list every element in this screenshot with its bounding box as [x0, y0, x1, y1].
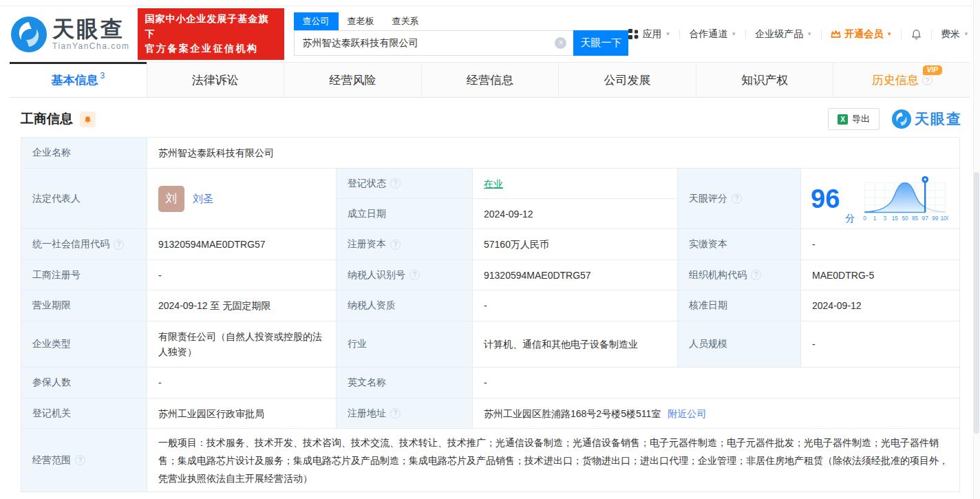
- score-axis-ticks: 0 1 3 15 50 85 97 99 100: [864, 215, 949, 222]
- detail-tabbar: 基本信息 3 法律诉讼 经营风险 经营信息 公司发展 知识产权 VIP 历史信息…: [10, 62, 970, 98]
- search-type-tabs: 查公司 查老板 查关系: [294, 12, 629, 30]
- field-label-english-name: 英文名称: [337, 368, 473, 399]
- scrollbar-track[interactable]: [973, 0, 980, 499]
- score-unit: 分: [845, 211, 855, 226]
- field-label-business-term: 营业期限: [21, 290, 147, 321]
- search-tab-relation[interactable]: 查关系: [383, 12, 428, 30]
- field-value-registered-capital: 57160万人民币: [473, 229, 678, 260]
- table-row: 企业类型 有限责任公司（自然人投资或控股的法人独资） 行业 计算机、通信和其他电…: [21, 321, 959, 368]
- field-label-registration-number: 工商注册号: [21, 260, 147, 290]
- field-label-registration-authority: 登记机关: [21, 399, 147, 429]
- tab-legal-litigation[interactable]: 法律诉讼: [147, 63, 285, 97]
- tab-history-info[interactable]: VIP 历史信息 ?: [833, 63, 970, 97]
- nav-open-membership[interactable]: 开通会员 ▼: [831, 28, 892, 41]
- search-input[interactable]: [294, 30, 574, 56]
- field-value-industry: 计算机、通信和其他电子设备制造业: [473, 321, 678, 368]
- svg-text:50: 50: [902, 215, 909, 222]
- status-badge[interactable]: 在业: [484, 176, 503, 191]
- site-header: 天眼查 TianYanCha.com 国家中小企业发展子基金旗下 官方备案企业征…: [0, 6, 980, 62]
- field-label-legal-representative: 法定代表人: [21, 169, 147, 229]
- field-value-organization-code: MAE0DTRG-5: [801, 260, 960, 290]
- tianyancha-swirl-icon: [11, 17, 47, 52]
- help-icon[interactable]: ?: [390, 408, 401, 418]
- field-value-registration-status: 在业: [473, 169, 678, 199]
- svg-text:97: 97: [922, 215, 929, 222]
- field-label-paid-capital: 实缴资本: [678, 229, 801, 260]
- field-value-business-scope: 一般项目：技术服务、技术开发、技术咨询、技术交流、技术转让、技术推广；光通信设备…: [147, 429, 960, 492]
- field-label-staff-size: 人员规模: [678, 321, 801, 368]
- vip-badge: VIP: [923, 65, 942, 75]
- svg-text:100: 100: [941, 215, 948, 222]
- table-row: 企业名称 苏州智达泰跃科技有限公司: [21, 138, 959, 169]
- tianyancha-logo[interactable]: 天眼查 TianYanCha.com: [11, 17, 129, 52]
- help-icon[interactable]: ?: [390, 178, 401, 189]
- search-module: 查公司 查老板 查关系 × 天眼一下: [294, 12, 629, 56]
- field-value-company-type: 有限责任公司（自然人投资或控股的法人独资）: [147, 321, 337, 368]
- search-tab-boss[interactable]: 查老板: [339, 12, 383, 30]
- nav-divider: [821, 30, 822, 39]
- field-label-company-name: 企业名称: [21, 138, 147, 169]
- watermark-logo: 天眼查: [892, 109, 962, 129]
- subscribe-bell-button[interactable]: [80, 112, 96, 127]
- username: 费米: [941, 28, 960, 41]
- tab-intellectual-property[interactable]: 知识产权: [696, 63, 834, 97]
- field-label-taxpayer-quality: 纳税人资质: [337, 290, 473, 321]
- field-value-establish-date: 2024-09-12: [473, 199, 678, 229]
- help-icon[interactable]: ?: [390, 240, 401, 250]
- svg-text:99: 99: [932, 215, 939, 222]
- table-row: 法定代表人 刘 刘圣 登记状态? 在业 天眼评分? 96 分: [21, 169, 959, 229]
- help-icon[interactable]: ?: [751, 270, 761, 280]
- nav-partner-channel[interactable]: 合作通道 ▼: [689, 28, 736, 41]
- table-row: 统一社会信用代码? 91320594MAE0DTRG57 注册资本? 57160…: [21, 229, 959, 260]
- top-navigation: 应用 ▼ 合作通道 ▼ 企业级产品 ▼ 开通会员 ▼: [628, 28, 969, 41]
- nav-enterprise-products[interactable]: 企业级产品 ▼: [755, 28, 812, 41]
- table-row: 登记机关 苏州工业园区行政审批局 注册地址? 苏州工业园区胜浦路168号2号楼5…: [21, 399, 959, 429]
- field-value-company-name: 苏州智达泰跃科技有限公司: [147, 138, 960, 169]
- avatar[interactable]: 刘: [158, 186, 184, 212]
- svg-text:1: 1: [873, 215, 877, 222]
- nav-apps[interactable]: 应用 ▼: [628, 28, 670, 41]
- field-label-organization-code: 组织机构代码?: [678, 260, 801, 290]
- export-button[interactable]: X 导出: [828, 108, 880, 130]
- brand-domain: TianYanCha.com: [52, 41, 129, 51]
- field-value-approval-date: 2024-09-12: [801, 290, 960, 321]
- tab-business-risk[interactable]: 经营风险: [284, 63, 422, 97]
- field-value-insured-count: -: [147, 368, 337, 399]
- help-icon[interactable]: ?: [922, 75, 933, 85]
- nearby-companies-link[interactable]: 附近公司: [668, 406, 706, 421]
- field-value-english-name: -: [473, 368, 960, 399]
- notifications-button[interactable]: [910, 28, 922, 40]
- field-value-registered-address: 苏州工业园区胜浦路168号2号楼5楼511室 附近公司: [473, 399, 960, 429]
- help-icon[interactable]: ?: [114, 240, 124, 250]
- tab-basic-info[interactable]: 基本信息 3: [10, 63, 147, 97]
- table-row: 参保人数 - 英文名称 -: [21, 368, 959, 399]
- field-value-registration-authority: 苏州工业园区行政审批局: [147, 399, 337, 429]
- chevron-down-icon: ▼: [963, 31, 969, 37]
- help-icon[interactable]: ?: [75, 455, 85, 465]
- field-label-insured-count: 参保人数: [21, 368, 147, 399]
- field-value-credit-code: 91320594MAE0DTRG57: [147, 229, 337, 260]
- excel-icon: X: [838, 114, 848, 125]
- business-info-table: 企业名称 苏州智达泰跃科技有限公司 法定代表人 刘 刘圣 登记状态? 在业 天眼…: [21, 137, 959, 492]
- nav-user-menu[interactable]: 费米 ▼: [941, 28, 969, 41]
- svg-text:X: X: [840, 116, 845, 123]
- legal-representative-link[interactable]: 刘圣: [193, 191, 213, 206]
- svg-text:0: 0: [864, 215, 867, 222]
- gov-certification-badge: 国家中小企业发展子基金旗下 官方备案企业征信机构: [138, 8, 284, 60]
- field-value-taxpayer-quality: -: [473, 290, 678, 321]
- search-button[interactable]: 天眼一下: [573, 30, 628, 56]
- help-icon[interactable]: ?: [732, 193, 742, 204]
- help-icon[interactable]: ?: [409, 270, 420, 280]
- chevron-down-icon: ▼: [886, 31, 892, 37]
- search-tab-company[interactable]: 查公司: [294, 12, 339, 30]
- field-value-legal-representative: 刘 刘圣: [147, 169, 337, 229]
- chevron-down-icon: ▼: [807, 31, 812, 37]
- field-value-tianyan-score: 96 分: [801, 169, 960, 229]
- section-header: 工商信息 X 导出 天眼查: [21, 103, 962, 135]
- nav-divider: [901, 30, 902, 39]
- scrollbar-thumb[interactable]: [974, 172, 979, 434]
- tab-company-development[interactable]: 公司发展: [559, 63, 696, 97]
- field-label-taxpayer-id: 纳税人识别号?: [337, 260, 473, 290]
- field-label-registered-address: 注册地址?: [337, 399, 473, 429]
- tab-business-info[interactable]: 经营信息: [422, 63, 560, 97]
